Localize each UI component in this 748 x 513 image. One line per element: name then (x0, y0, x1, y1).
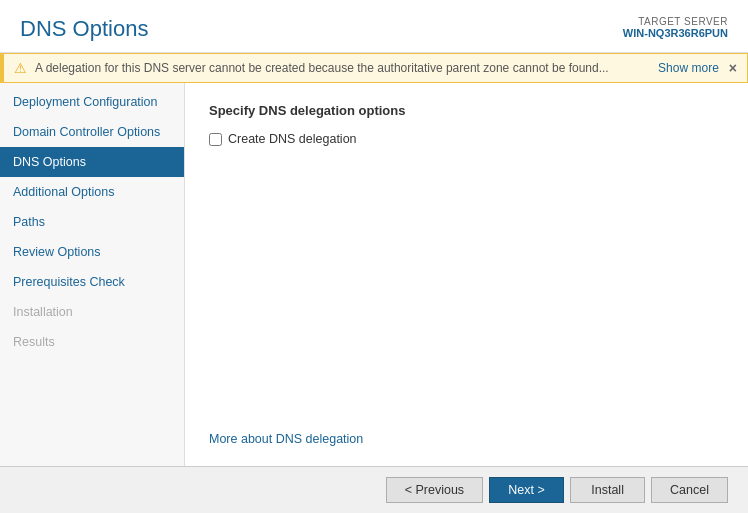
warning-icon: ⚠ (14, 60, 27, 76)
more-about-dns-link[interactable]: More about DNS delegation (209, 432, 724, 446)
sidebar: Deployment Configuration Domain Controll… (0, 83, 185, 466)
page-title: DNS Options (20, 16, 148, 42)
sidebar-item-dns-options: DNS Options (0, 147, 184, 177)
footer: < Previous Next > Install Cancel (0, 466, 748, 513)
header: DNS Options TARGET SERVER WIN-NQ3R36R6PU… (0, 0, 748, 53)
install-button[interactable]: Install (570, 477, 645, 503)
next-button[interactable]: Next > (489, 477, 564, 503)
sidebar-item-domain-controller-options[interactable]: Domain Controller Options (0, 117, 184, 147)
content-spacer (209, 146, 724, 432)
sidebar-item-review-options[interactable]: Review Options (0, 237, 184, 267)
sidebar-item-prerequisites-check[interactable]: Prerequisites Check (0, 267, 184, 297)
sidebar-item-additional-options[interactable]: Additional Options (0, 177, 184, 207)
warning-banner: ⚠ A delegation for this DNS server canno… (0, 53, 748, 83)
create-dns-delegation-checkbox[interactable] (209, 133, 222, 146)
target-server-name: WIN-NQ3R36R6PUN (623, 27, 728, 39)
section-title: Specify DNS delegation options (209, 103, 724, 118)
create-dns-delegation-label[interactable]: Create DNS delegation (228, 132, 357, 146)
previous-button[interactable]: < Previous (386, 477, 483, 503)
cancel-button[interactable]: Cancel (651, 477, 728, 503)
sidebar-item-paths[interactable]: Paths (0, 207, 184, 237)
content-area: Deployment Configuration Domain Controll… (0, 83, 748, 466)
warning-text: A delegation for this DNS server cannot … (35, 61, 652, 75)
sidebar-item-installation: Installation (0, 297, 184, 327)
target-server: TARGET SERVER WIN-NQ3R36R6PUN (623, 16, 728, 39)
sidebar-item-results: Results (0, 327, 184, 357)
checkbox-row: Create DNS delegation (209, 132, 724, 146)
sidebar-item-deployment-configuration[interactable]: Deployment Configuration (0, 87, 184, 117)
main-content: Specify DNS delegation options Create DN… (185, 83, 748, 466)
show-more-link[interactable]: Show more (658, 61, 719, 75)
target-server-label: TARGET SERVER (623, 16, 728, 27)
main-container: DNS Options TARGET SERVER WIN-NQ3R36R6PU… (0, 0, 748, 513)
close-warning-button[interactable]: × (729, 60, 737, 76)
